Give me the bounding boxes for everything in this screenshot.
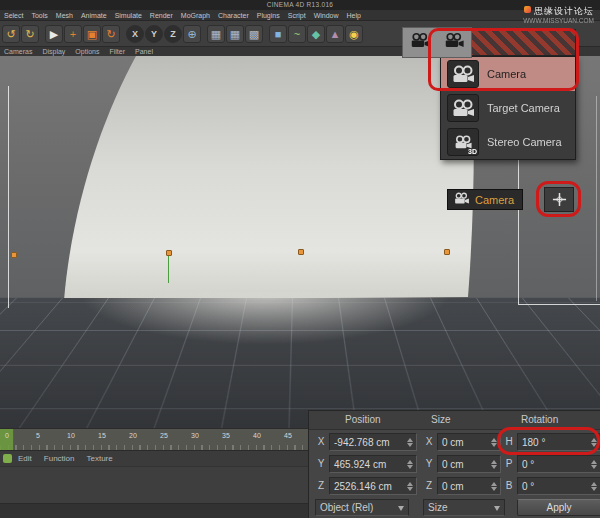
watermark-text: 思缘设计论坛: [534, 6, 594, 16]
size-z-value: 0 cm: [442, 481, 464, 492]
menu-item-help[interactable]: Help: [343, 12, 365, 19]
undo-icon[interactable]: ↺: [2, 25, 20, 43]
axis-y-lock-button[interactable]: Y: [145, 25, 163, 43]
flyout-label-stereo-camera: Stereo Camera: [487, 136, 562, 148]
toolbar-camera-palette[interactable]: [402, 27, 472, 58]
size-y-stepper[interactable]: [490, 457, 498, 471]
menu-item-select[interactable]: Select: [0, 12, 27, 19]
size-mode-dropdown[interactable]: Size: [423, 499, 505, 516]
apply-button[interactable]: Apply: [517, 499, 600, 516]
coordinate-manager: Position Size Rotation X -942.768 cm Y 4…: [308, 410, 600, 518]
size-x-stepper[interactable]: [490, 435, 498, 449]
flyout-item-target-camera[interactable]: Target Camera: [441, 91, 575, 125]
menu-item-script[interactable]: Script: [284, 12, 310, 19]
frame-label-0: 0: [5, 432, 9, 439]
menu-item-plugins[interactable]: Plugins: [253, 12, 284, 19]
menu-item-simulate[interactable]: Simulate: [111, 12, 146, 19]
chevron-down-icon: [494, 506, 500, 514]
add-cube-icon[interactable]: ■: [269, 25, 287, 43]
add-generator-icon[interactable]: ◆: [307, 25, 325, 43]
viewport-menu-panel[interactable]: Panel: [135, 48, 153, 55]
material-manager-area[interactable]: [0, 466, 308, 518]
timeline-ruler[interactable]: 051015202530354045: [0, 428, 308, 450]
rotation-h-field[interactable]: 180 °: [517, 433, 600, 451]
point-handle[interactable]: [298, 249, 304, 255]
position-x-value: -942.768 cm: [334, 437, 390, 448]
frame-label-15: 15: [98, 432, 106, 439]
menu-item-window[interactable]: Window: [310, 12, 343, 19]
position-z-field[interactable]: 2526.146 cm: [329, 477, 417, 495]
manager-tab-function[interactable]: Function: [44, 454, 75, 463]
menubar: SelectToolsMeshAnimateSimulateRenderMoGr…: [0, 10, 600, 21]
manager-tab-texture[interactable]: Texture: [86, 454, 112, 463]
manager-tab-edit[interactable]: Edit: [18, 454, 32, 463]
viewport-menu-filter[interactable]: Filter: [109, 48, 125, 55]
viewport-menu-cameras[interactable]: Cameras: [4, 48, 32, 55]
chevron-down-icon: [398, 506, 404, 514]
move-tool-icon[interactable]: +: [64, 25, 82, 43]
rotate-tool-icon[interactable]: ↻: [102, 25, 120, 43]
flyout-label-target-camera: Target Camera: [487, 102, 560, 114]
floor-shading: [0, 298, 600, 428]
camera-target-crosshair-icon[interactable]: [544, 187, 574, 212]
axis-x-lock-button[interactable]: X: [126, 25, 144, 43]
camera-object-label[interactable]: Camera: [447, 189, 523, 210]
manager-mode-icon[interactable]: [3, 454, 12, 463]
position-x-stepper[interactable]: [406, 435, 414, 449]
live-selection-icon[interactable]: ▶: [45, 25, 63, 43]
position-x-field[interactable]: -942.768 cm: [329, 433, 417, 451]
rotation-h-value: 180 °: [522, 437, 545, 448]
scale-tool-icon[interactable]: ▣: [83, 25, 101, 43]
size-z-field[interactable]: 0 cm: [437, 477, 501, 495]
size-z-stepper[interactable]: [490, 479, 498, 493]
object-mode-value: Object (Rel): [320, 502, 373, 513]
menu-item-mesh[interactable]: Mesh: [52, 12, 77, 19]
menu-item-animate[interactable]: Animate: [77, 12, 111, 19]
viewport-menu-options[interactable]: Options: [75, 48, 99, 55]
rotation-b-field[interactable]: 0 °: [517, 477, 600, 495]
viewport-menu-display[interactable]: Display: [42, 48, 65, 55]
camera-icon: [447, 60, 479, 88]
menu-item-mograph[interactable]: MoGraph: [177, 12, 214, 19]
point-handle[interactable]: [166, 250, 172, 256]
render-view-icon[interactable]: ▦: [207, 25, 225, 43]
cinema4d-window: CINEMA 4D R13.016 思缘设计论坛 WWW.MISSYUAN.CO…: [0, 0, 600, 518]
rotation-p-value: 0 °: [522, 459, 534, 470]
point-handle[interactable]: [11, 252, 17, 258]
frame-label-25: 25: [160, 432, 168, 439]
manager-tabs: EditFunctionTexture: [0, 450, 308, 466]
add-camera-palette-icon[interactable]: [443, 32, 465, 53]
size-y-field[interactable]: 0 cm: [437, 455, 501, 473]
rotation-p-stepper[interactable]: [590, 457, 598, 471]
add-light-icon[interactable]: ◉: [345, 25, 363, 43]
position-y-field[interactable]: 465.924 cm: [329, 455, 417, 473]
rotation-header: Rotation: [521, 414, 558, 425]
coordinate-system-icon[interactable]: ⊕: [183, 25, 201, 43]
render-settings-icon[interactable]: ▩: [245, 25, 263, 43]
object-mode-dropdown[interactable]: Object (Rel): [315, 499, 409, 516]
menu-item-tools[interactable]: Tools: [27, 12, 51, 19]
point-handle[interactable]: [444, 249, 450, 255]
add-deformer-icon[interactable]: ▲: [326, 25, 344, 43]
watermark-url: WWW.MISSYUAN.COM: [523, 18, 594, 25]
rotation-h-stepper[interactable]: [590, 435, 598, 449]
size-x-field[interactable]: 0 cm: [437, 433, 501, 451]
position-y-stepper[interactable]: [406, 457, 414, 471]
rotation-b-stepper[interactable]: [590, 479, 598, 493]
scene-camera-icon[interactable]: [409, 32, 431, 53]
add-spline-icon[interactable]: ~: [288, 25, 306, 43]
flyout-item-camera[interactable]: Camera: [441, 57, 575, 91]
menu-item-render[interactable]: Render: [146, 12, 177, 19]
menu-item-character[interactable]: Character: [214, 12, 253, 19]
position-z-stepper[interactable]: [406, 479, 414, 493]
frame-label-30: 30: [191, 432, 199, 439]
flyout-item-stereo-camera[interactable]: 3D Stereo Camera: [441, 125, 575, 159]
frame-label-10: 10: [67, 432, 75, 439]
axis-z-lock-button[interactable]: Z: [164, 25, 182, 43]
rotation-p-field[interactable]: 0 °: [517, 455, 600, 473]
size-mode-value: Size: [428, 502, 447, 513]
target-camera-icon: [447, 94, 479, 122]
render-picture-viewer-icon[interactable]: ▦: [226, 25, 244, 43]
redo-icon[interactable]: ↻: [21, 25, 39, 43]
axis-label-size-z: Z: [423, 480, 435, 491]
